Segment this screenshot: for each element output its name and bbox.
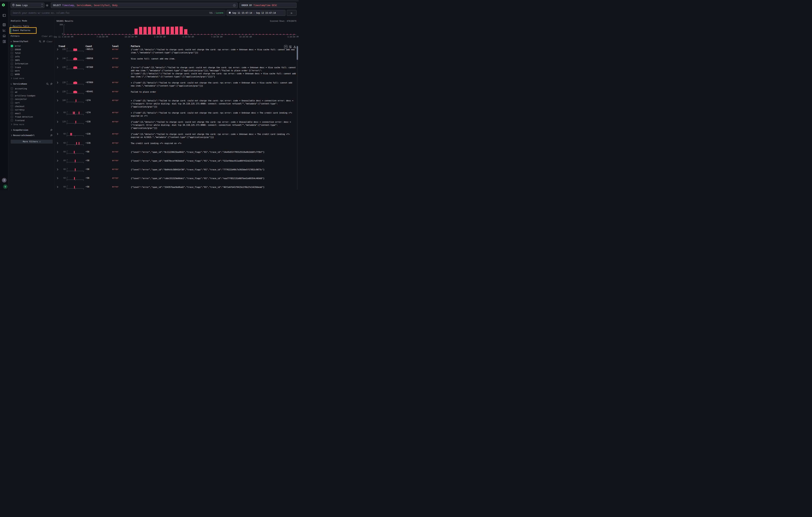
run-query-button[interactable]: ▷	[287, 10, 296, 16]
checkbox-checked[interactable]: ✓	[11, 45, 13, 47]
select-query-input[interactable]: SELECT Timestamp, ServiceName, SeverityT…	[51, 3, 238, 8]
table-row[interactable]: 60~174error× {"code":13,"details":"faile…	[55, 110, 297, 119]
user-avatar[interactable]: U	[3, 184, 8, 189]
pattern-text[interactable]: Failed to place order	[131, 90, 296, 93]
pin-icon[interactable]	[50, 134, 53, 137]
table-row[interactable]: 60~116errorThe credit card (ending <*> e…	[55, 141, 297, 149]
pattern-text[interactable]: {"level":"error","span_id":"0c11220615ba…	[131, 150, 296, 153]
checkbox-unchecked[interactable]	[11, 119, 13, 121]
expand-row-chevron-icon[interactable]	[56, 160, 58, 162]
filter-option-artillery-loadgen[interactable]: artillery-loadgen	[11, 94, 53, 97]
pattern-text[interactable]: {"code":13,"details":"failed to charge c…	[131, 48, 296, 54]
filter-group-header-SeverityText[interactable]: SeverityTextClear	[11, 40, 53, 43]
histogram-bar[interactable]	[148, 27, 151, 34]
checkbox-unchecked[interactable]	[11, 66, 13, 68]
expand-row-chevron-icon[interactable]	[56, 133, 58, 135]
expand-row-chevron-icon[interactable]	[56, 99, 58, 102]
checkbox-unchecked[interactable]	[11, 94, 13, 97]
lucene-toggle[interactable]: Lucene	[216, 11, 223, 14]
checkbox-unchecked[interactable]	[11, 52, 13, 54]
expand-row-chevron-icon[interactable]	[56, 58, 58, 60]
order-by-input[interactable]: ORDER BY TimestampTime DESC	[239, 3, 296, 8]
filter-group-header-ResourceSchemaUrl[interactable]: ResourceSchemaUrl	[11, 134, 53, 137]
pattern-text[interactable]: × {"code":13,"details":"failed to charge…	[131, 99, 296, 108]
pattern-text[interactable]: Visa cache full: cannot add new item.	[131, 57, 296, 60]
histogram-bar[interactable]	[157, 27, 161, 34]
search-input[interactable]	[13, 11, 208, 14]
checkbox-unchecked[interactable]	[11, 105, 13, 108]
checkbox-unchecked[interactable]	[11, 69, 13, 72]
checkbox-unchecked[interactable]	[11, 98, 13, 100]
filter-option-trace[interactable]: trace	[11, 65, 53, 69]
expand-row-chevron-icon[interactable]	[56, 91, 58, 93]
histogram-bar[interactable]	[139, 27, 142, 34]
clear-select-icon[interactable]: ×	[233, 4, 236, 7]
laptop-icon[interactable]	[2, 34, 6, 38]
table-row[interactable]: 60~116error{"code":13,"details":"failed …	[55, 132, 297, 141]
pattern-text[interactable]: {"code":13,"details":"failed to charge c…	[131, 120, 296, 130]
table-row[interactable]: 180~174error× {"code":13,"details":"fail…	[55, 98, 297, 110]
logs-icon[interactable]	[2, 23, 6, 27]
histogram-bar[interactable]	[162, 27, 165, 34]
app-logo-icon[interactable]	[2, 3, 7, 8]
histogram-bar[interactable]	[171, 27, 174, 34]
table-row[interactable]: 60~58error{"level":"error","span_id":"6b…	[55, 167, 297, 176]
filter-option-cart[interactable]: cart	[11, 101, 53, 105]
pattern-text[interactable]: {"level":"error","span_id":"334357bae9ed…	[131, 185, 296, 189]
table-row[interactable]: 24K~98058errorVisa cache full: cannot ad…	[55, 56, 297, 65]
clear-filter-link[interactable]: Clear	[47, 40, 53, 43]
checkbox-unchecked[interactable]	[11, 102, 13, 104]
histogram-bar[interactable]	[184, 29, 187, 34]
expand-row-chevron-icon[interactable]	[56, 66, 58, 68]
checkbox-unchecked[interactable]	[11, 91, 13, 93]
checkbox-unchecked[interactable]	[11, 59, 13, 61]
filter-option-accounting[interactable]: accounting	[11, 87, 53, 90]
filter-option-fatal[interactable]: fatal	[11, 51, 53, 55]
filter-group-header-ServiceName[interactable]: ServiceName	[11, 83, 53, 85]
help-button[interactable]: ?	[2, 178, 6, 182]
histogram-bar[interactable]	[175, 27, 178, 34]
expand-row-chevron-icon[interactable]	[56, 112, 58, 114]
date-range-picker[interactable]: Sep 11 15:47:14 - Sep 12 15:47:14	[227, 10, 286, 16]
pattern-text[interactable]: {"level":"error","span_id":"eb870ecef063…	[131, 159, 296, 162]
expand-row-chevron-icon[interactable]	[56, 169, 58, 171]
filter-option-warn[interactable]: warn	[11, 69, 53, 73]
table-row[interactable]: 60~58error{"level":"error","span_id":"0c…	[55, 149, 297, 158]
load-more-link[interactable]: Show more	[11, 123, 53, 126]
table-row[interactable]: 22K~98523error{"code":13,"details":"fail…	[55, 47, 297, 56]
filter-option-frontend[interactable]: frontend	[11, 119, 53, 122]
pattern-text[interactable]: {"level":"error","span_id":"6b64c6c58842…	[131, 168, 296, 171]
chart-icon[interactable]	[2, 29, 6, 32]
pattern-text[interactable]: {"error":{"code":13,"details":"failed to…	[131, 66, 296, 78]
histogram-bar[interactable]	[152, 27, 156, 34]
checkbox-unchecked[interactable]	[11, 48, 13, 51]
source-select[interactable]: Demo Logs	[11, 3, 45, 8]
expand-row-chevron-icon[interactable]	[56, 177, 58, 179]
checkbox-unchecked[interactable]	[11, 55, 13, 58]
expand-row-chevron-icon[interactable]	[56, 142, 58, 144]
analysis-mode-event-patterns[interactable]: Event Patterns	[11, 28, 35, 33]
pattern-text[interactable]: {"level":"error","span_id":"cddc331329e6…	[131, 177, 296, 180]
more-filters-button[interactable]: More filters	[11, 140, 53, 144]
table-row[interactable]: 120~116error{"code":13,"details":"failed…	[55, 119, 297, 132]
filter-option-fraud-detection[interactable]: fraud-detection	[11, 115, 53, 119]
table-row[interactable]: 22K~97069error× {"code":13,"details":"fa…	[55, 80, 297, 89]
filter-option-info[interactable]: info	[11, 55, 53, 58]
table-row[interactable]: 22K~95441errorFailed to place order	[55, 89, 297, 98]
pin-icon[interactable]	[50, 129, 53, 131]
checkbox-unchecked[interactable]	[11, 116, 13, 118]
search-icon[interactable]	[39, 40, 41, 43]
checkbox-unchecked[interactable]	[11, 62, 13, 65]
histogram-bar[interactable]	[143, 27, 147, 34]
dashboard-icon[interactable]	[2, 40, 6, 43]
histogram-bar[interactable]	[180, 27, 183, 34]
filter-option-email[interactable]: email	[11, 112, 53, 115]
pin-icon[interactable]	[42, 40, 45, 43]
expand-row-chevron-icon[interactable]	[56, 121, 58, 123]
sql-toggle[interactable]: SQL	[209, 11, 213, 14]
pattern-text[interactable]: {"code":13,"details":"failed to charge c…	[131, 133, 296, 139]
checkbox-unchecked[interactable]	[11, 73, 13, 76]
checkbox-unchecked[interactable]	[11, 87, 13, 90]
histogram-bar[interactable]	[135, 29, 138, 34]
panel-toggle-icon[interactable]	[2, 14, 6, 17]
